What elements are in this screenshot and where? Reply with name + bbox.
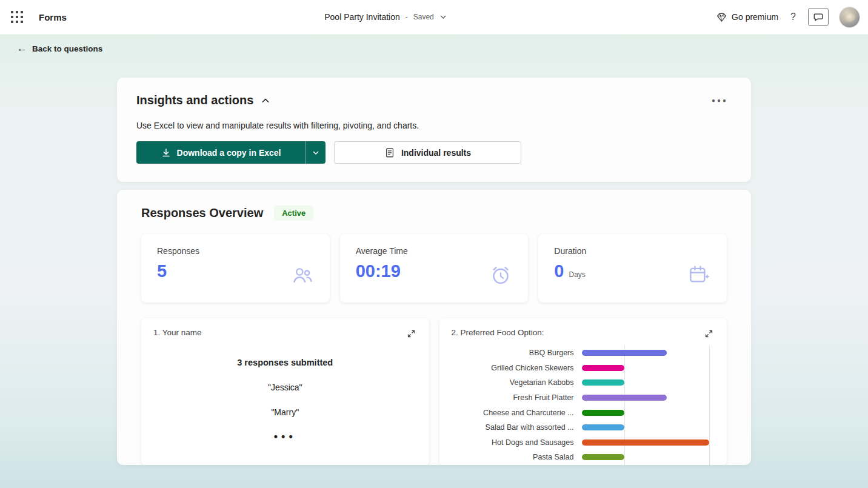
stat-label: Duration [554, 246, 711, 256]
document-title[interactable]: Pool Party Invitation [324, 12, 400, 22]
chart-category-label: Salad Bar with assorted ... [452, 423, 574, 432]
expand-icon[interactable] [703, 328, 715, 339]
chart-row: BBQ Burgers [452, 346, 715, 361]
app-header: Forms Pool Party Invitation - Saved Go p… [0, 0, 868, 34]
insights-description: Use Excel to view and manipulate results… [136, 121, 732, 130]
stat-value: 00:19 [356, 261, 401, 281]
responses-overview-card: Responses Overview Active Responses 5 Av… [117, 190, 751, 465]
gem-icon [716, 12, 727, 23]
individual-results-button[interactable]: Individual results [334, 141, 521, 164]
individual-results-label: Individual results [401, 148, 471, 158]
stat-card-responses: Responses 5 [141, 234, 330, 302]
food-chart-plot: BBQ BurgersGrilled Chicken SkewersVegeta… [452, 346, 715, 465]
chart-row: Cheese and Charcuterie ... [452, 405, 715, 420]
go-premium-label: Go premium [732, 12, 778, 22]
app-launcher-icon[interactable] [11, 11, 23, 23]
more-responses-ellipsis: ••• [153, 430, 417, 443]
question-cards-row: 1. Your name 3 responses submitted "Jess… [141, 318, 727, 465]
chart-bar[interactable] [582, 440, 709, 446]
status-badge: Active [274, 206, 313, 221]
chart-category-label: Hot Dogs and Sausages [452, 438, 574, 447]
stat-value: 5 [157, 261, 167, 281]
go-premium-button[interactable]: Go premium [716, 12, 778, 23]
stat-card-duration: Duration 0 Days [538, 234, 727, 302]
chart-row: Hot Dogs and Sausages [452, 435, 715, 450]
chart-row: Grilled Chicken Skewers [452, 361, 715, 376]
title-separator: - [406, 13, 408, 21]
chart-bar[interactable] [582, 424, 624, 430]
feedback-button[interactable] [808, 8, 829, 26]
form-icon [384, 147, 395, 158]
chart-category-label: Cheese and Charcuterie ... [452, 409, 574, 417]
calendar-sparkle-icon [688, 264, 711, 289]
download-icon [161, 148, 171, 158]
chart-row: Pasta Salad [452, 450, 715, 465]
speech-bubble-icon [813, 12, 824, 22]
download-excel-split-button: Download a copy in Excel [136, 141, 326, 164]
insights-card: Insights and actions ●●● Use Excel to vi… [117, 78, 751, 182]
question-card-food-option: 2. Preferred Food Option: BBQ BurgersGri… [439, 318, 727, 465]
chart-row: Vegetarian Kabobs [452, 375, 715, 390]
header-actions: Go premium ? [716, 7, 860, 27]
response-item: "Jessica" [153, 383, 417, 392]
download-label: Download a copy in Excel [177, 148, 281, 158]
insights-title: Insights and actions [136, 93, 253, 107]
chart-category-label: Grilled Chicken Skewers [452, 364, 574, 372]
chart-category-label: Pasta Salad [452, 453, 574, 461]
expand-icon[interactable] [406, 328, 417, 339]
chart-category-label: Fresh Fruit Platter [452, 393, 574, 402]
download-excel-button[interactable]: Download a copy in Excel [136, 141, 305, 164]
stat-card-average-time: Average Time 00:19 [340, 234, 529, 302]
save-status: Saved [413, 13, 434, 21]
main-content: Insights and actions ●●● Use Excel to vi… [117, 78, 751, 465]
chart-row: Salad Bar with assorted ... [452, 420, 715, 435]
more-options-button[interactable]: ●●● [708, 95, 732, 106]
alarm-clock-icon [489, 264, 512, 289]
question-title: 2. Preferred Food Option: [452, 328, 544, 337]
avatar[interactable] [840, 7, 860, 27]
back-arrow-icon: ← [17, 44, 27, 53]
app-name[interactable]: Forms [39, 12, 67, 22]
collapse-chevron-up-icon[interactable] [261, 96, 270, 105]
stat-value: 0 [554, 261, 564, 281]
chart-row: Fresh Fruit Platter [452, 390, 715, 406]
back-to-questions-link[interactable]: ← Back to questions [0, 34, 102, 53]
stat-label: Responses [157, 246, 314, 256]
stats-row: Responses 5 Average Time 00:19 [141, 234, 727, 302]
question-card-your-name: 1. Your name 3 responses submitted "Jess… [141, 318, 429, 465]
chart-bar[interactable] [582, 350, 667, 356]
back-label: Back to questions [32, 44, 102, 53]
chart-bar[interactable] [582, 410, 624, 416]
responses-summary: 3 responses submitted [153, 358, 417, 367]
responses-overview-title: Responses Overview [141, 206, 263, 220]
people-icon [291, 264, 314, 289]
chart-bar[interactable] [582, 395, 667, 401]
stat-unit: Days [569, 270, 585, 279]
download-dropdown-button[interactable] [305, 141, 326, 164]
chart-category-label: BBQ Burgers [452, 349, 574, 357]
help-button[interactable]: ? [789, 12, 797, 22]
chevron-down-icon[interactable] [439, 13, 447, 21]
chart-bar[interactable] [582, 379, 624, 386]
chart-bar[interactable] [582, 454, 624, 460]
chart-category-label: Vegetarian Kabobs [452, 378, 574, 387]
document-title-group: Pool Party Invitation - Saved [324, 12, 447, 22]
stat-label: Average Time [356, 246, 513, 256]
chart-bar[interactable] [582, 365, 624, 371]
response-item: "Marry" [153, 407, 417, 417]
question-title: 1. Your name [153, 328, 202, 337]
